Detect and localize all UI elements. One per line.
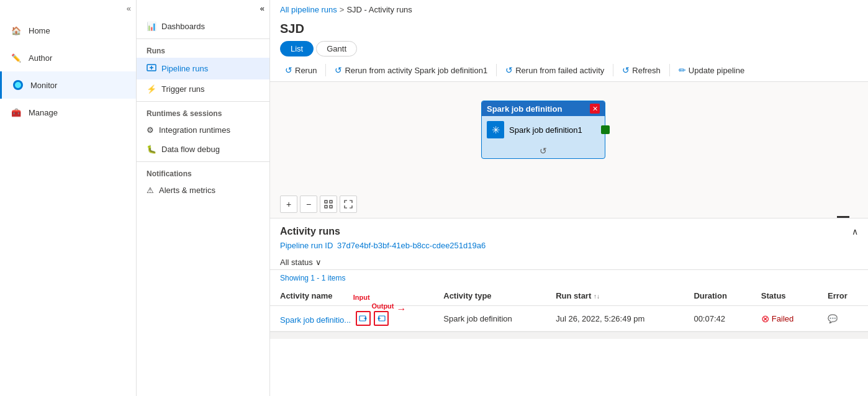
spark-card-header: Spark job definition ✕ (482, 101, 605, 116)
manage-icon: 🧰 (10, 106, 22, 119)
second-panel-item-alerts-metrics[interactable]: ⚠ Alerts & metrics (137, 181, 269, 200)
spark-activity-label: Spark job definition1 (509, 125, 582, 135)
bottom-panel: Activity runs ∧ Pipeline run ID 37d7e4bf… (270, 218, 868, 396)
status-filter[interactable]: All status ∨ (270, 255, 868, 270)
fit-view-button[interactable] (320, 196, 337, 213)
rerun-from-failed-button[interactable]: ↺ Rerun from failed activity (500, 63, 609, 78)
activity-runs-title: Activity runs (280, 226, 340, 237)
rerun-icon: ↺ (285, 65, 292, 75)
second-panel-item-dashboards[interactable]: 📊 Dashboards (137, 17, 269, 36)
sidebar-item-monitor[interactable]: Monitor (0, 71, 136, 99)
output-icon-button[interactable] (374, 311, 389, 326)
cell-run-start: Jul 26, 2022, 5:26:49 pm (546, 306, 684, 331)
cell-duration: 00:07:42 (684, 306, 751, 331)
col-activity-name: Activity name (270, 286, 433, 306)
runtimes-section-label: Runtimes & sessions (137, 104, 269, 120)
spark-card-close-button[interactable]: ✕ (590, 104, 600, 114)
dashboards-icon: 📊 (147, 22, 156, 31)
left-navigation: « 🏠 Home ✏️ Author Monitor 🧰 Manage (0, 0, 137, 396)
fullscreen-button[interactable] (340, 196, 357, 213)
second-panel: « 📊 Dashboards Runs Pipeline runs ⚡ Trig… (137, 0, 270, 396)
cell-status: ⊗ Failed (751, 306, 818, 331)
sidebar-item-home[interactable]: 🏠 Home (0, 17, 136, 44)
run-start-sort-icon[interactable]: ↑↓ (594, 293, 600, 300)
scrollbar[interactable] (270, 331, 868, 339)
status-failed-icon: ⊗ (761, 313, 769, 325)
pipeline-runs-icon (147, 63, 156, 74)
tab-list[interactable]: List (280, 41, 314, 56)
col-duration: Duration (684, 286, 751, 306)
spark-card-footer: ↺ (482, 143, 605, 158)
table-row: Spark job definitio... Input Output → (270, 306, 868, 331)
col-activity-type: Activity type (433, 286, 546, 306)
sidebar-item-manage-label: Manage (29, 108, 58, 117)
activity-runs-table: Activity name Activity type Run start ↑↓… (270, 286, 868, 331)
breadcrumb-parent[interactable]: All pipeline runs (280, 5, 337, 14)
status-filter-chevron-icon: ∨ (315, 258, 322, 267)
col-run-start: Run start ↑↓ (546, 286, 684, 306)
breadcrumb: All pipeline runs > SJD - Activity runs (270, 0, 868, 19)
input-icon-button[interactable] (356, 311, 371, 326)
update-pipeline-button[interactable]: ✏ Update pipeline (674, 63, 749, 78)
spark-connector (601, 125, 610, 134)
second-panel-item-trigger-runs[interactable]: ⚡ Trigger runs (137, 79, 269, 99)
trigger-runs-icon: ⚡ (147, 84, 156, 94)
rerun-button[interactable]: ↺ Rerun (280, 63, 322, 78)
left-nav-collapse-button[interactable]: « (0, 0, 136, 17)
tab-gantt[interactable]: Gantt (316, 41, 357, 56)
page-title: SJD (270, 19, 868, 41)
breadcrumb-separator: > (340, 5, 345, 14)
second-panel-item-integration-runtimes[interactable]: ⚙ Integration runtimes (137, 120, 269, 140)
data-flow-debug-icon: 🐛 (147, 145, 156, 154)
alerts-metrics-icon: ⚠ (147, 186, 154, 195)
rerun-from-failed-icon: ↺ (505, 65, 513, 75)
cell-activity-type: Spark job definition (433, 306, 546, 331)
spark-activity-icon: ✳ (487, 121, 504, 138)
pipeline-run-id-value[interactable]: 37d7e4bf-b3bf-41eb-b8cc-cdee251d19a6 (337, 241, 486, 250)
tab-bar: List Gantt (270, 41, 868, 56)
toolbar-separator-3 (613, 64, 613, 76)
monitor-icon (12, 79, 24, 91)
zoom-out-button[interactable]: − (300, 196, 317, 213)
breadcrumb-current: SJD - Activity runs (346, 5, 412, 14)
pipeline-run-id: Pipeline run ID 37d7e4bf-b3bf-41eb-b8cc-… (270, 240, 868, 255)
sidebar-item-manage[interactable]: 🧰 Manage (0, 99, 136, 126)
canvas-area: Spark job definition ✕ ✳ Spark job defin… (270, 82, 868, 218)
showing-label: Showing 1 - 1 items (270, 270, 868, 286)
integration-runtimes-icon: ⚙ (147, 125, 154, 135)
svg-rect-4 (330, 200, 332, 203)
svg-rect-5 (325, 205, 327, 208)
sidebar-item-author[interactable]: ✏️ Author (0, 44, 136, 71)
sidebar-item-home-label: Home (29, 26, 50, 35)
status-failed-badge: ⊗ Failed (761, 313, 808, 325)
second-panel-item-pipeline-runs[interactable]: Pipeline runs (137, 58, 269, 79)
spark-card-title: Spark job definition (487, 104, 562, 114)
update-pipeline-icon: ✏ (679, 65, 686, 75)
col-status: Status (751, 286, 818, 306)
second-panel-collapse-button[interactable]: « (137, 0, 269, 17)
cell-activity-name: Spark job definitio... Input Output → (270, 306, 433, 331)
author-icon: ✏️ (10, 52, 22, 64)
refresh-button[interactable]: ↺ Refresh (617, 63, 666, 78)
second-panel-item-data-flow-debug[interactable]: 🐛 Data flow debug (137, 140, 269, 159)
error-comment-icon[interactable]: 💬 (828, 314, 838, 323)
toolbar: ↺ Rerun ↺ Rerun from activity Spark job … (270, 59, 868, 82)
zoom-in-button[interactable]: + (280, 196, 297, 213)
minimize-bar[interactable] (837, 216, 849, 218)
rerun-from-activity-icon: ↺ (335, 65, 342, 75)
rerun-from-activity-button[interactable]: ↺ Rerun from activity Spark job definiti… (330, 63, 492, 78)
output-annotation: Output (371, 302, 394, 310)
main-content: All pipeline runs > SJD - Activity runs … (270, 0, 868, 396)
spark-job-card: Spark job definition ✕ ✳ Spark job defin… (481, 101, 605, 159)
activity-name-link[interactable]: Spark job definitio... (280, 315, 351, 325)
activity-runs-collapse-button[interactable]: ∧ (852, 227, 858, 236)
cell-error[interactable]: 💬 (818, 306, 868, 331)
refresh-icon: ↺ (622, 65, 630, 75)
table-container: Activity name Activity type Run start ↑↓… (270, 286, 868, 331)
canvas-controls: + − (280, 196, 357, 213)
toolbar-separator-4 (669, 64, 670, 76)
toolbar-separator-1 (325, 64, 326, 76)
runs-section-label: Runs (137, 42, 269, 58)
svg-rect-3 (325, 200, 327, 203)
svg-rect-6 (330, 205, 332, 208)
